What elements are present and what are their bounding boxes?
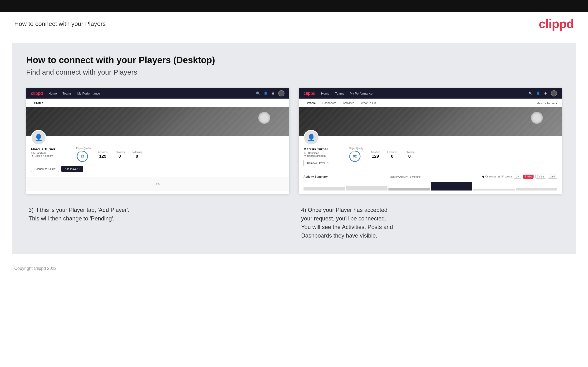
chart-bar-1 <box>303 187 345 191</box>
tab-profile-2[interactable]: Profile <box>303 100 319 107</box>
header-breadcrumb: How to connect with your Players <box>14 20 106 28</box>
tab-activities-2[interactable]: Activities <box>340 100 357 107</box>
activity-summary: Activity Summary Monthly Activity · 6 Mo… <box>299 171 562 194</box>
plus-icon: + <box>78 167 80 170</box>
quality-circle-2: 92 <box>349 150 361 162</box>
location-icon-1: 📍 <box>31 155 34 157</box>
app-logo-1: clippd <box>31 91 43 96</box>
avatar-nav-2[interactable] <box>551 90 557 96</box>
request-follow-button[interactable]: Request to Follow <box>31 166 59 172</box>
nav-performance-2[interactable]: My Performance <box>350 92 372 95</box>
chart-bar-2 <box>346 186 387 191</box>
footer: Copyright Clippd 2022 <box>0 261 588 278</box>
player-quality-group-1: Player Quality 92 <box>76 147 91 162</box>
quality-number-1: 92 <box>80 154 84 158</box>
profile-info-row-2: Marcus Turner 1-5 Handicap 📍 United King… <box>303 147 557 166</box>
tab-dashboard-2[interactable]: Dashboard <box>319 100 340 107</box>
avatar-nav-1[interactable] <box>278 90 285 96</box>
followers-group-1: Followers 0 <box>115 151 125 159</box>
app-logo-2: clippd <box>303 91 315 96</box>
search-icon-1[interactable]: 🔍 <box>255 91 260 96</box>
player-name-1: Marcus Turner <box>31 147 69 151</box>
activities-group-1: Activities 129 <box>98 151 107 159</box>
profile-info-row-1: Marcus Turner 1-5 Handicap 📍 United King… <box>31 147 285 162</box>
activities-group-2: Activities 129 <box>371 151 380 159</box>
scissors-icon: ✂ <box>156 181 160 187</box>
app-tabs-1: Profile <box>26 99 289 107</box>
filter-3mths[interactable]: 3 mths <box>536 175 546 179</box>
quality-circle-1: 92 <box>76 150 88 162</box>
followers-label-2: Followers <box>387 151 398 153</box>
screenshot-bottom-1: ✂ <box>26 177 289 191</box>
filter-1mth[interactable]: 1 mth <box>548 175 557 179</box>
following-label-1: Following <box>132 151 142 153</box>
legend-on-label: On course <box>485 175 496 178</box>
add-player-label: Add Player <box>65 167 78 170</box>
avatar-1: 👤 <box>31 130 46 145</box>
location-icon-2: 📍 <box>303 155 306 157</box>
user-icon-1[interactable]: 👤 <box>263 91 268 96</box>
following-value-1: 0 <box>132 154 142 159</box>
chart-bar-5 <box>473 189 515 191</box>
page-title: How to connect with your Players (Deskto… <box>26 55 562 65</box>
description-3: 3) If this is your Player tap, 'Add Play… <box>26 206 289 240</box>
remove-player-button[interactable]: Remove Player ✕ <box>303 160 332 166</box>
player-name-2: Marcus Turner <box>303 147 342 151</box>
nav-performance-1[interactable]: My Performance <box>77 92 100 95</box>
copyright-text: Copyright Clippd 2022 <box>14 266 57 271</box>
clippd-logo: clippd <box>539 17 574 31</box>
handicap-1: 1-5 Handicap <box>31 151 69 154</box>
stats-row-2: Player Quality 92 Activities <box>349 147 557 162</box>
legend-dot-off <box>498 176 500 178</box>
location-text-2: United Kingdom <box>307 154 326 157</box>
remove-player-label: Remove Player <box>307 161 325 164</box>
main-content-area: How to connect with your Players (Deskto… <box>12 43 576 254</box>
activities-value-1: 129 <box>98 154 107 159</box>
following-label-2: Following <box>405 151 415 153</box>
avatar-2: 👤 <box>303 130 319 145</box>
tab-what-to-on-2[interactable]: What To On <box>357 100 379 107</box>
descriptions-row: 3) If this is your Player tap, 'Add Play… <box>26 206 562 240</box>
description-text-4: 4) Once your Player has acceptedyour req… <box>301 206 560 240</box>
tab-profile-1[interactable]: Profile <box>31 100 46 107</box>
player-quality-label-2: Player Quality <box>349 147 363 150</box>
search-icon-2[interactable]: 🔍 <box>528 91 533 96</box>
activity-header: Activity Summary Monthly Activity · 6 Mo… <box>303 175 557 179</box>
location-text-1: United Kingdom <box>35 154 53 157</box>
filter-6mths[interactable]: 6 mths <box>523 175 534 179</box>
app-navbar-1: clippd Home Teams My Performance 🔍 👤 ⊕ <box>26 88 289 99</box>
activities-label-2: Activities <box>371 151 380 153</box>
page-subtitle: Find and connect with your Players <box>26 68 562 76</box>
quality-number-2: 92 <box>353 154 357 158</box>
activity-period: Monthly Activity · 6 Months <box>390 175 421 178</box>
add-player-button[interactable]: Add Player + <box>61 166 83 172</box>
settings-icon-2[interactable]: ⊕ <box>543 91 548 96</box>
legend-on-course: On course <box>482 175 496 178</box>
profile-details-1: Marcus Turner 1-5 Handicap 📍 United King… <box>31 147 69 157</box>
filter-1yr[interactable]: 1 yr <box>514 175 521 179</box>
legend-off-label: Off course <box>501 175 512 178</box>
nav-home-2[interactable]: Home <box>321 92 329 95</box>
following-group-2: Following 0 <box>405 151 415 159</box>
user-icon-2[interactable]: 👤 <box>536 91 540 96</box>
handicap-2: 1-5 Handicap <box>303 151 342 154</box>
app-navbar-2: clippd Home Teams My Performance 🔍 👤 ⊕ <box>299 88 562 99</box>
screenshots-row: clippd Home Teams My Performance 🔍 👤 ⊕ P… <box>26 88 562 194</box>
location-2: 📍 United Kingdom <box>303 154 342 157</box>
page-header: How to connect with your Players clippd <box>0 12 588 36</box>
followers-label-1: Followers <box>115 151 125 153</box>
chart-bar-6 <box>516 188 557 191</box>
activities-label-1: Activities <box>98 151 107 153</box>
golf-banner-2 <box>299 107 562 136</box>
nav-home-1[interactable]: Home <box>49 92 57 95</box>
player-quality-label-1: Player Quality <box>76 147 91 150</box>
settings-icon-1[interactable]: ⊕ <box>271 91 276 96</box>
avatar-person-icon-1: 👤 <box>35 134 43 142</box>
stats-row-1: Player Quality 92 Activities <box>76 147 285 162</box>
nav-teams-2[interactable]: Teams <box>335 92 344 95</box>
chart-bar-4 <box>431 182 472 191</box>
nav-teams-1[interactable]: Teams <box>62 92 72 95</box>
remove-x-icon: ✕ <box>326 161 329 165</box>
followers-group-2: Followers 0 <box>387 151 398 159</box>
marcus-turner-dropdown[interactable]: Marcus Turner ▾ <box>536 100 557 107</box>
